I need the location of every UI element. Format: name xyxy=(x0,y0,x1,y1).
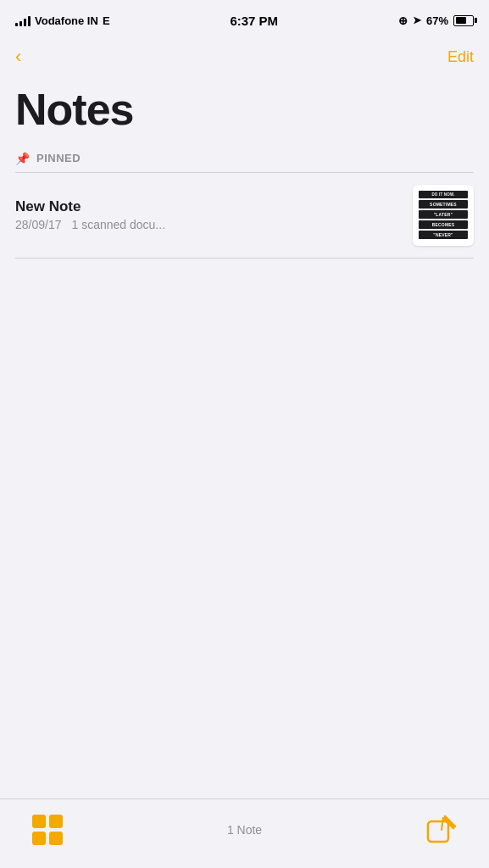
note-date: 28/09/17 xyxy=(15,218,62,231)
signal-icon xyxy=(15,15,31,26)
note-content: New Note 28/09/17 1 scanned docu... xyxy=(15,198,401,231)
edit-button[interactable]: Edit xyxy=(447,45,474,70)
note-thumbnail: DO IT NOW. SOMETIMES "LATER" BECOMES "NE… xyxy=(413,185,474,246)
nav-bar: ‹ Edit xyxy=(0,37,489,80)
note-title: New Note xyxy=(15,198,401,215)
status-left: Vodafone IN E xyxy=(15,14,110,27)
pinned-label: PINNED xyxy=(36,152,81,164)
grid-cell-1 xyxy=(32,815,46,828)
time-label: 6:37 PM xyxy=(230,14,278,28)
compose-icon xyxy=(426,815,457,845)
grid-cell-4 xyxy=(49,832,63,845)
battery-percent: 67% xyxy=(426,14,448,27)
note-meta: 28/09/17 1 scanned docu... xyxy=(15,218,401,231)
note-preview: 1 scanned docu... xyxy=(72,218,166,231)
grid-cell-2 xyxy=(49,815,63,828)
status-bar: Vodafone IN E 6:37 PM ⊕ ➤ 67% xyxy=(0,0,489,37)
thumb-line-4: BECOMES xyxy=(419,220,468,229)
page-title: Notes xyxy=(15,86,474,133)
note-count-label: 1 Note xyxy=(227,823,262,837)
page-title-container: Notes xyxy=(0,80,489,147)
grid-view-button[interactable] xyxy=(27,810,68,850)
navigation-icon: ➤ xyxy=(413,14,421,26)
status-right: ⊕ ➤ 67% xyxy=(398,14,474,27)
grid-cell-3 xyxy=(32,832,46,845)
svg-rect-0 xyxy=(428,821,448,842)
carrier-label: Vodafone IN xyxy=(35,14,98,27)
grid-icon xyxy=(32,815,63,845)
back-chevron-icon: ‹ xyxy=(15,46,21,68)
location-icon: ⊕ xyxy=(398,14,408,27)
thumb-line-3: "LATER" xyxy=(419,210,468,219)
thumb-line-2: SOMETIMES xyxy=(419,200,468,209)
pin-icon: 📌 xyxy=(15,152,30,165)
network-label: E xyxy=(103,14,110,27)
thumb-line-5: "NEVER" xyxy=(419,231,468,239)
note-list-item[interactable]: New Note 28/09/17 1 scanned docu... DO I… xyxy=(0,173,489,258)
bottom-toolbar: 1 Note xyxy=(0,798,489,868)
main-content xyxy=(0,259,489,682)
thumb-line-1: DO IT NOW. xyxy=(419,191,468,198)
thumbnail-content: DO IT NOW. SOMETIMES "LATER" BECOMES "NE… xyxy=(413,185,474,246)
battery-icon xyxy=(453,15,474,26)
pinned-section-header: 📌 PINNED xyxy=(0,147,489,172)
back-button[interactable]: ‹ xyxy=(8,42,28,71)
compose-button[interactable] xyxy=(421,810,462,850)
